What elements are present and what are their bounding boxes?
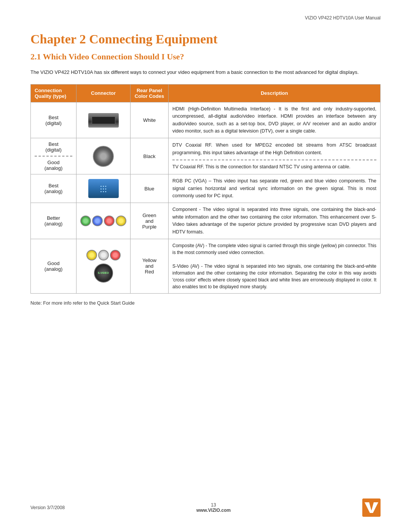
header-description: Description — [169, 84, 381, 102]
connector-cell-4 — [76, 203, 131, 239]
footer: Version 3/7/2008 13 www.VIZIO.com — [30, 498, 381, 517]
manual-title: VIZIO VP422 HDTV10A User Manual — [305, 15, 381, 21]
desc-cell-3: RGB PC (VGA) – This video input has sepa… — [169, 174, 381, 203]
vizio-logo — [362, 498, 381, 517]
version-text: Version 3/7/2008 — [30, 505, 65, 510]
blue-jack-icon — [92, 216, 103, 226]
quality-cell-1: Best(digital) — [31, 102, 76, 138]
color-cell-2: Black — [131, 138, 169, 174]
desc-cell-5: Composite (AV) - The complete video sign… — [169, 239, 381, 293]
desc-cell-1: HDMI (High-Definition Multimedia Interfa… — [169, 102, 381, 138]
composite-connectors-icon — [86, 250, 121, 260]
website-url: www.VIZIO.com — [196, 508, 231, 513]
page: VIZIO VP422 HDTV10A User Manual Chapter … — [0, 0, 411, 532]
vga-connector-icon — [88, 179, 119, 198]
header-connector: Connector — [76, 84, 131, 102]
desc-cell-4: Component - The video signal is separate… — [169, 203, 381, 239]
hdmi-connector-icon — [88, 113, 119, 128]
connector-cell-5: S-VIDEO — [76, 239, 131, 293]
note-text: Note: For more info refer to the Quick S… — [30, 300, 381, 306]
comp-yellow-jack — [86, 250, 97, 260]
color-cell-5: YellowandRed — [131, 239, 169, 293]
table-row: Good(analog) S-VIDEO — [31, 239, 381, 293]
table-row: Best(digital) Good(analog) Black DTV Coa… — [31, 138, 381, 174]
table-row: Best(digital) White HDMI (High-Definitio… — [31, 102, 381, 138]
chapter-title: Chapter 2 Connecting Equipment — [30, 32, 381, 46]
desc-bottom-text: TV Coaxial RF. This is the connection fo… — [172, 164, 350, 169]
section-title: 2.1 Which Video Connection Should I Use? — [30, 52, 381, 62]
color-cell-1: White — [131, 102, 169, 138]
table-header-row: Connection Quality (type) Connector Rear… — [31, 84, 381, 102]
connection-table: Connection Quality (type) Connector Rear… — [30, 84, 381, 294]
table-row: Best(analog) Blue RGB PC (VGA) – This vi… — [31, 174, 381, 203]
header-quality: Connection Quality (type) — [31, 84, 76, 102]
connector-cell-1 — [76, 102, 131, 138]
coax-connector-icon — [93, 146, 114, 167]
quality-cell-2: Best(digital) Good(analog) — [31, 138, 76, 174]
quality-divider — [35, 156, 72, 157]
connector-cell-3 — [76, 174, 131, 203]
svg-rect-0 — [362, 498, 381, 517]
red-jack-icon — [104, 216, 115, 226]
desc-divider — [172, 160, 376, 160]
quality-cell-4: Better(analog) — [31, 203, 76, 239]
desc-cell-2: DTV Coaxial RF. When used for MPEG2 enco… — [169, 138, 381, 174]
green-jack-icon — [80, 216, 91, 226]
color-cell-4: GreenandPurple — [131, 203, 169, 239]
vizio-logo-svg — [362, 498, 381, 517]
comp-white-jack — [98, 250, 109, 260]
desc-top-text: DTV Coaxial RF. When used for MPEG2 enco… — [172, 142, 376, 155]
intro-paragraph: The VIZIO VP422 HDTV10A has six differen… — [30, 69, 381, 77]
header-color: Rear Panel Color Codes — [131, 84, 169, 102]
component-connectors-icon — [80, 216, 126, 226]
svideo-connector-icon: S-VIDEO — [94, 264, 113, 283]
quality-cell-3: Best(analog) — [31, 174, 76, 203]
page-number: 13 — [211, 502, 216, 508]
yellow-jack-icon — [116, 216, 126, 226]
footer-center: 13 www.VIZIO.com — [196, 502, 231, 513]
table-row: Better(analog) GreenandPurple Component … — [31, 203, 381, 239]
color-cell-3: Blue — [131, 174, 169, 203]
page-header: VIZIO VP422 HDTV10A User Manual — [30, 15, 381, 21]
quality-cell-5: Good(analog) — [31, 239, 76, 293]
connector-cell-2 — [76, 138, 131, 174]
comp-red-jack — [110, 250, 121, 260]
